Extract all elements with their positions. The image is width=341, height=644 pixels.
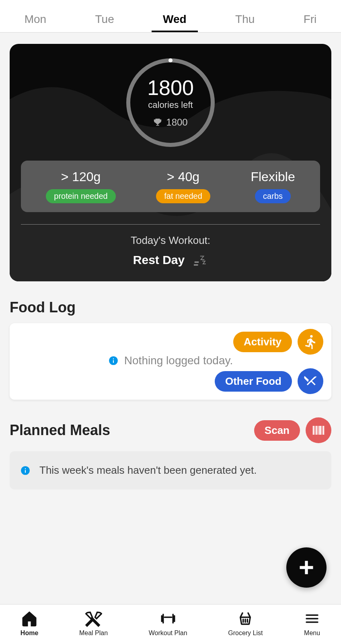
food-log-heading: Food Log — [10, 299, 331, 316]
dumbbell-icon — [160, 610, 177, 627]
macro-protein: > 120g protein needed — [46, 169, 115, 203]
tab-mon[interactable]: Mon — [13, 8, 58, 32]
calories-goal-value: 1800 — [166, 117, 187, 128]
info-icon — [108, 355, 119, 366]
nav-home[interactable]: Home — [21, 610, 38, 637]
scan-button[interactable] — [306, 417, 331, 443]
macro-carbs-label: carbs — [255, 189, 291, 203]
barcode-icon — [311, 423, 326, 438]
other-food-button[interactable] — [298, 368, 323, 394]
macro-carbs: Flexible carbs — [251, 169, 295, 203]
divider — [21, 224, 320, 225]
activity-button[interactable] — [298, 329, 323, 355]
calories-goal: 1800 — [153, 117, 187, 128]
plus-icon — [298, 559, 315, 576]
workout-row[interactable]: Rest Day — [21, 252, 320, 268]
nav-workout-plan[interactable]: Workout Plan — [149, 610, 187, 637]
running-icon — [303, 334, 318, 349]
sleep-icon — [191, 252, 208, 268]
nav-menu-label: Menu — [304, 630, 320, 637]
home-icon — [21, 610, 38, 627]
menu-icon — [304, 610, 320, 627]
nav-grocery-list[interactable]: Grocery List — [228, 610, 263, 637]
macros-panel[interactable]: > 120g protein needed > 40g fat needed F… — [21, 161, 320, 212]
macro-fat: > 40g fat needed — [156, 169, 210, 203]
planned-meals-heading: Planned Meals — [10, 422, 110, 439]
nav-menu[interactable]: Menu — [304, 610, 320, 637]
tab-thu[interactable]: Thu — [224, 8, 266, 32]
other-food-chip[interactable]: Other Food — [215, 371, 292, 392]
day-tabs: Mon Tue Wed Thu Fri — [0, 0, 341, 33]
macro-carbs-value: Flexible — [251, 169, 295, 184]
calories-left-value: 1800 — [147, 77, 194, 98]
trophy-icon — [153, 118, 162, 127]
calories-left-label: calories left — [148, 100, 193, 110]
food-log-empty-text: Nothing logged today. — [124, 354, 233, 367]
planned-meals-empty-text: This week's meals haven't been generated… — [39, 464, 257, 477]
tab-wed[interactable]: Wed — [152, 8, 198, 32]
macro-fat-value: > 40g — [167, 169, 199, 184]
tab-fri[interactable]: Fri — [292, 8, 328, 32]
tab-tue[interactable]: Tue — [84, 8, 125, 32]
workout-name: Rest Day — [133, 253, 185, 267]
workout-title: Today's Workout: — [21, 234, 320, 247]
bottom-nav: Home Meal Plan Workout Plan Grocery List… — [0, 604, 341, 644]
dashboard-card[interactable]: 1800 calories left 1800 > 120g protein n… — [10, 44, 331, 281]
nav-home-label: Home — [21, 630, 38, 637]
nav-grocery-list-label: Grocery List — [228, 630, 263, 637]
info-icon — [20, 465, 31, 476]
nav-meal-plan[interactable]: Meal Plan — [79, 610, 108, 637]
utensils-crossed-icon — [85, 610, 102, 627]
nav-meal-plan-label: Meal Plan — [79, 630, 108, 637]
basket-icon — [237, 610, 254, 627]
planned-meals-empty: This week's meals haven't been generated… — [10, 451, 331, 489]
calories-ring[interactable]: 1800 calories left 1800 — [126, 58, 215, 147]
macro-fat-label: fat needed — [156, 189, 210, 203]
macro-protein-value: > 120g — [61, 169, 101, 184]
scan-chip[interactable]: Scan — [254, 420, 300, 441]
food-log-card: Activity Nothing logged today. Other Foo… — [10, 323, 331, 400]
utensils-icon — [303, 374, 318, 389]
add-fab[interactable] — [286, 547, 327, 588]
activity-chip[interactable]: Activity — [233, 332, 292, 352]
nav-workout-plan-label: Workout Plan — [149, 630, 187, 637]
macro-protein-label: protein needed — [46, 189, 115, 203]
